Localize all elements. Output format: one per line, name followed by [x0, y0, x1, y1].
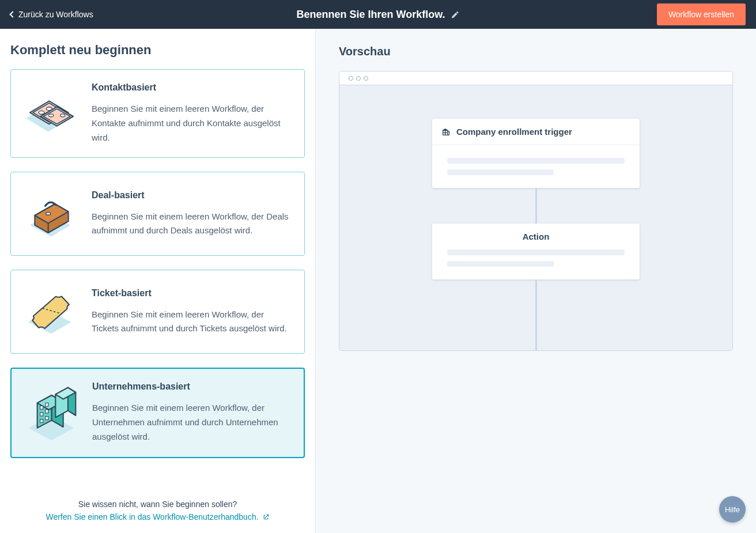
svg-point-11: [46, 212, 51, 215]
svg-point-9: [61, 114, 65, 117]
external-link-icon: [262, 513, 270, 521]
back-link[interactable]: Zurück zu Workflows: [10, 10, 93, 19]
workflow-title: Benennen Sie Ihren Workflow.: [296, 9, 445, 21]
help-question: Sie wissen nicht, wann Sie beginnen soll…: [10, 500, 305, 509]
back-label: Zurück zu Workflows: [18, 10, 93, 19]
card-title: Ticket-basiert: [92, 288, 292, 298]
action-title: Action: [523, 232, 550, 241]
connector-line: [535, 279, 537, 350]
card-company[interactable]: Unternehmens-basiert Beginnen Sie mit ei…: [10, 368, 305, 458]
window-dot-icon: [349, 76, 353, 81]
company-trigger-icon: [441, 127, 451, 137]
right-panel: Vorschau Company enrollment trigger: [316, 29, 756, 533]
skeleton-line: [447, 261, 554, 267]
edit-icon[interactable]: [451, 10, 460, 19]
connector-line: [535, 188, 537, 224]
card-desc: Beginnen Sie mit einem leeren Workflow, …: [92, 210, 292, 239]
trigger-node: Company enrollment trigger: [432, 119, 640, 188]
card-title: Kontaktbasiert: [92, 82, 292, 93]
svg-rect-21: [46, 410, 48, 413]
footer-help: Sie wissen nicht, wann Sie beginnen soll…: [10, 486, 305, 521]
trigger-title: Company enrollment trigger: [456, 127, 572, 137]
svg-rect-18: [40, 406, 43, 410]
help-link-text: Werfen Sie einen Blick in das Workflow-B…: [46, 512, 258, 521]
title-group: Benennen Sie Ihren Workflow.: [296, 9, 459, 21]
frame-bar: [339, 71, 732, 85]
contact-icon: [21, 85, 79, 142]
card-desc: Beginnen Sie mit einem leeren Workflow, …: [92, 102, 292, 145]
app-header: Zurück zu Workflows Benennen Sie Ihren W…: [0, 0, 756, 29]
chevron-left-icon: [9, 11, 16, 17]
card-title: Deal-basiert: [92, 190, 292, 201]
deal-icon: [21, 185, 79, 243]
card-contact[interactable]: Kontaktbasiert Beginnen Sie mit einem le…: [10, 69, 305, 158]
card-ticket[interactable]: Ticket-basiert Beginnen Sie mit einem le…: [10, 270, 305, 354]
card-list: Kontaktbasiert Beginnen Sie mit einem le…: [10, 69, 305, 486]
svg-rect-19: [46, 403, 48, 407]
skeleton-line: [447, 158, 625, 164]
card-title: Unternehmens-basiert: [92, 381, 291, 392]
svg-point-3: [39, 111, 44, 115]
action-node: Action: [432, 224, 640, 279]
window-dot-icon: [356, 76, 361, 81]
preview-frame: Company enrollment trigger Action: [339, 71, 733, 351]
card-desc: Beginnen Sie mit einem leeren Workflow, …: [92, 401, 291, 444]
ticket-icon: [21, 283, 79, 341]
left-panel: Komplett neu beginnen: [0, 29, 316, 533]
section-title: Komplett neu beginnen: [10, 43, 305, 58]
svg-rect-20: [40, 413, 43, 416]
card-deal[interactable]: Deal-basiert Beginnen Sie mit einem leer…: [10, 172, 305, 256]
svg-point-8: [49, 114, 54, 117]
card-desc: Beginnen Sie mit einem leeren Workflow, …: [92, 308, 292, 337]
skeleton-line: [447, 169, 554, 175]
preview-canvas: Company enrollment trigger Action: [339, 85, 732, 350]
create-workflow-button[interactable]: Workflow erstellen: [657, 3, 746, 25]
svg-rect-23: [46, 417, 48, 420]
preview-title: Vorschau: [339, 45, 733, 58]
window-dot-icon: [364, 76, 368, 81]
company-icon: [22, 384, 80, 441]
help-bubble-label: Hilfe: [725, 505, 740, 514]
skeleton-line: [447, 250, 625, 255]
help-bubble[interactable]: Hilfe: [719, 496, 746, 523]
help-link[interactable]: Werfen Sie einen Blick in das Workflow-B…: [46, 512, 269, 521]
svg-rect-22: [40, 419, 43, 423]
